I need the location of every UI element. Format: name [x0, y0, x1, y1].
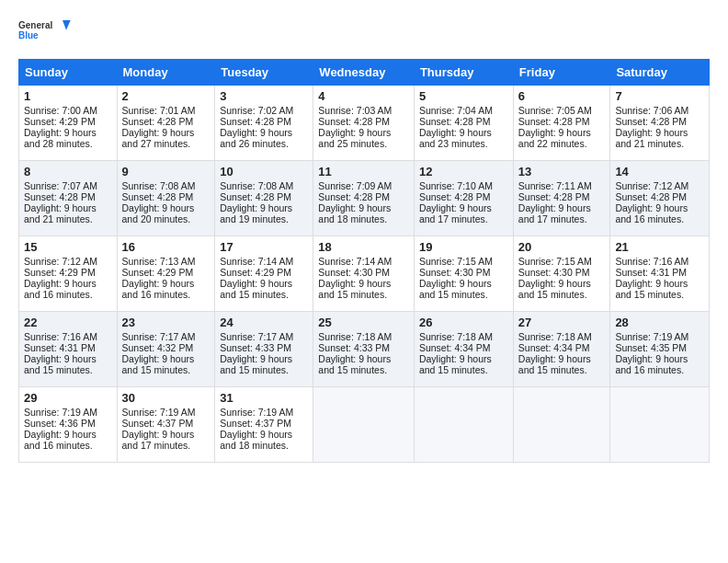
daylight-hours: Daylight: 9 hours and 16 minutes.: [122, 278, 195, 300]
calendar-cell: 21Sunrise: 7:16 AMSunset: 4:31 PMDayligh…: [610, 236, 710, 312]
daylight-hours: Daylight: 9 hours and 21 minutes.: [615, 127, 688, 149]
daylight-hours: Daylight: 9 hours and 17 minutes.: [419, 202, 492, 224]
sunrise-time: Sunrise: 7:04 AM: [419, 105, 493, 116]
day-number: 13: [518, 165, 606, 178]
sunrise-time: Sunrise: 7:08 AM: [220, 180, 293, 191]
calendar-cell: [610, 387, 710, 463]
day-number: 10: [220, 165, 308, 178]
sunrise-time: Sunrise: 7:05 AM: [518, 105, 592, 116]
daylight-hours: Daylight: 9 hours and 15 minutes.: [615, 278, 688, 300]
sunset-time: Sunset: 4:28 PM: [419, 116, 491, 127]
day-number: 23: [122, 316, 210, 329]
sunset-time: Sunset: 4:32 PM: [122, 342, 194, 353]
day-number: 9: [122, 165, 210, 178]
day-number: 30: [122, 391, 210, 405]
daylight-hours: Daylight: 9 hours and 16 minutes.: [24, 278, 97, 300]
weekday-header-monday: Monday: [117, 60, 215, 86]
sunset-time: Sunset: 4:28 PM: [220, 116, 291, 127]
sunset-time: Sunset: 4:28 PM: [518, 116, 590, 127]
daylight-hours: Daylight: 9 hours and 15 minutes.: [318, 353, 391, 375]
calendar-cell: [414, 387, 513, 463]
calendar-cell: 30Sunrise: 7:19 AMSunset: 4:37 PMDayligh…: [117, 387, 215, 463]
svg-marker-2: [63, 20, 71, 30]
sunset-time: Sunset: 4:31 PM: [615, 267, 687, 278]
calendar-cell: 8Sunrise: 7:07 AMSunset: 4:28 PMDaylight…: [19, 161, 118, 236]
svg-text:Blue: Blue: [18, 30, 39, 40]
week-row-3: 15Sunrise: 7:12 AMSunset: 4:29 PMDayligh…: [19, 236, 710, 312]
calendar-cell: 23Sunrise: 7:17 AMSunset: 4:32 PMDayligh…: [117, 312, 215, 387]
sunrise-time: Sunrise: 7:19 AM: [24, 407, 97, 418]
svg-text:General: General: [18, 20, 52, 30]
sunset-time: Sunset: 4:28 PM: [318, 116, 390, 127]
sunrise-time: Sunrise: 7:09 AM: [318, 180, 392, 191]
calendar-cell: 12Sunrise: 7:10 AMSunset: 4:28 PMDayligh…: [414, 161, 513, 236]
daylight-hours: Daylight: 9 hours and 26 minutes.: [220, 127, 292, 149]
sunrise-time: Sunrise: 7:11 AM: [518, 180, 592, 191]
day-number: 21: [615, 240, 704, 254]
calendar-cell: 10Sunrise: 7:08 AMSunset: 4:28 PMDayligh…: [215, 161, 313, 236]
weekday-header-saturday: Saturday: [610, 60, 710, 86]
calendar-cell: [513, 387, 610, 463]
sunset-time: Sunset: 4:28 PM: [615, 191, 687, 202]
calendar-cell: 3Sunrise: 7:02 AMSunset: 4:28 PMDaylight…: [215, 86, 313, 161]
sunset-time: Sunset: 4:36 PM: [24, 418, 96, 429]
day-number: 17: [220, 240, 308, 254]
calendar-cell: 25Sunrise: 7:18 AMSunset: 4:33 PMDayligh…: [313, 312, 415, 387]
calendar-cell: 15Sunrise: 7:12 AMSunset: 4:29 PMDayligh…: [19, 236, 118, 312]
sunrise-time: Sunrise: 7:17 AM: [122, 331, 196, 342]
sunset-time: Sunset: 4:30 PM: [419, 267, 491, 278]
sunset-time: Sunset: 4:31 PM: [24, 342, 96, 353]
sunrise-time: Sunrise: 7:12 AM: [24, 256, 97, 267]
calendar-cell: 20Sunrise: 7:15 AMSunset: 4:30 PMDayligh…: [513, 236, 610, 312]
day-number: 28: [615, 316, 704, 329]
daylight-hours: Daylight: 9 hours and 15 minutes.: [419, 278, 492, 300]
sunset-time: Sunset: 4:37 PM: [220, 418, 291, 429]
calendar-cell: 16Sunrise: 7:13 AMSunset: 4:29 PMDayligh…: [117, 236, 215, 312]
calendar-cell: 19Sunrise: 7:15 AMSunset: 4:30 PMDayligh…: [414, 236, 513, 312]
day-number: 6: [518, 89, 606, 103]
weekday-header-wednesday: Wednesday: [313, 60, 415, 86]
sunrise-time: Sunrise: 7:15 AM: [419, 256, 493, 267]
day-number: 29: [24, 391, 112, 405]
daylight-hours: Daylight: 9 hours and 21 minutes.: [24, 202, 97, 224]
sunset-time: Sunset: 4:29 PM: [220, 267, 291, 278]
day-number: 12: [419, 165, 508, 178]
calendar-cell: 4Sunrise: 7:03 AMSunset: 4:28 PMDaylight…: [313, 86, 415, 161]
weekday-header-thursday: Thursday: [414, 60, 513, 86]
daylight-hours: Daylight: 9 hours and 16 minutes.: [615, 353, 688, 375]
daylight-hours: Daylight: 9 hours and 15 minutes.: [419, 353, 492, 375]
calendar-cell: 2Sunrise: 7:01 AMSunset: 4:28 PMDaylight…: [117, 86, 215, 161]
sunset-time: Sunset: 4:28 PM: [122, 116, 194, 127]
sunset-time: Sunset: 4:29 PM: [24, 116, 96, 127]
sunset-time: Sunset: 4:33 PM: [220, 342, 291, 353]
calendar-cell: 29Sunrise: 7:19 AMSunset: 4:36 PMDayligh…: [19, 387, 118, 463]
weekday-header-friday: Friday: [513, 60, 610, 86]
sunset-time: Sunset: 4:28 PM: [220, 191, 291, 202]
daylight-hours: Daylight: 9 hours and 15 minutes.: [122, 353, 195, 375]
daylight-hours: Daylight: 9 hours and 15 minutes.: [220, 278, 292, 300]
sunrise-time: Sunrise: 7:07 AM: [24, 180, 97, 191]
day-number: 24: [220, 316, 308, 329]
calendar-cell: [313, 387, 415, 463]
daylight-hours: Daylight: 9 hours and 15 minutes.: [318, 278, 391, 300]
daylight-hours: Daylight: 9 hours and 17 minutes.: [518, 202, 591, 224]
day-number: 15: [24, 240, 112, 254]
daylight-hours: Daylight: 9 hours and 27 minutes.: [122, 127, 195, 149]
sunrise-time: Sunrise: 7:18 AM: [318, 331, 392, 342]
sunset-time: Sunset: 4:28 PM: [518, 191, 590, 202]
sunset-time: Sunset: 4:33 PM: [318, 342, 390, 353]
sunset-time: Sunset: 4:28 PM: [615, 116, 687, 127]
sunrise-time: Sunrise: 7:19 AM: [122, 407, 196, 418]
week-row-4: 22Sunrise: 7:16 AMSunset: 4:31 PMDayligh…: [19, 312, 710, 387]
day-number: 31: [220, 391, 308, 405]
sunset-time: Sunset: 4:28 PM: [419, 191, 491, 202]
calendar-cell: 6Sunrise: 7:05 AMSunset: 4:28 PMDaylight…: [513, 86, 610, 161]
daylight-hours: Daylight: 9 hours and 19 minutes.: [220, 202, 292, 224]
sunrise-time: Sunrise: 7:17 AM: [220, 331, 293, 342]
calendar-cell: 13Sunrise: 7:11 AMSunset: 4:28 PMDayligh…: [513, 161, 610, 236]
day-number: 7: [615, 89, 704, 103]
sunset-time: Sunset: 4:30 PM: [318, 267, 390, 278]
sunset-time: Sunset: 4:28 PM: [122, 191, 194, 202]
sunset-time: Sunset: 4:34 PM: [419, 342, 491, 353]
daylight-hours: Daylight: 9 hours and 17 minutes.: [122, 429, 195, 451]
